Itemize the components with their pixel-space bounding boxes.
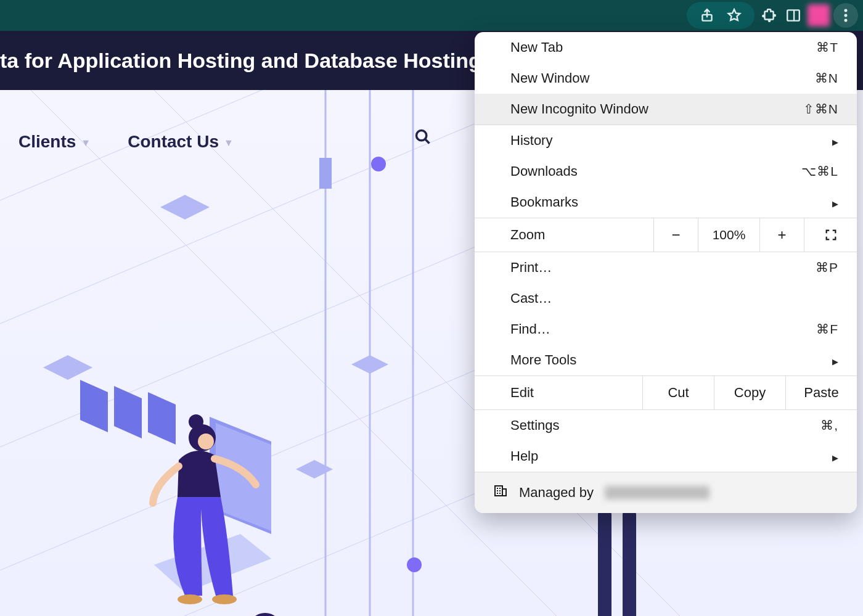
fullscreen-button[interactable]	[804, 218, 857, 252]
menu-downloads[interactable]: Downloads ⌥⌘L	[475, 156, 857, 187]
edit-cut-button[interactable]: Cut	[642, 376, 714, 410]
svg-point-32	[249, 613, 281, 616]
menu-edit: Edit Cut Copy Paste	[475, 376, 857, 410]
menu-item-label: Find…	[510, 321, 550, 337]
menu-bookmarks[interactable]: Bookmarks	[475, 187, 857, 218]
menu-settings[interactable]: Settings ⌘,	[475, 410, 857, 441]
submenu-arrow-icon	[832, 448, 838, 464]
page-banner-title: ta for Application Hosting and Database …	[0, 49, 481, 73]
menu-item-label: More Tools	[510, 352, 576, 368]
svg-marker-16	[351, 355, 388, 374]
menu-new-incognito[interactable]: New Incognito Window ⇧⌘N	[475, 94, 857, 125]
address-actions	[687, 2, 755, 29]
share-icon[interactable]	[697, 5, 718, 26]
edit-paste-button[interactable]: Paste	[785, 376, 857, 410]
menu-new-tab[interactable]: New Tab ⌘T	[475, 32, 857, 63]
menu-help[interactable]: Help	[475, 441, 857, 472]
nav-contact-us[interactable]: Contact Us ▼	[128, 132, 234, 152]
edit-copy-button[interactable]: Copy	[714, 376, 785, 410]
menu-item-shortcut: ⌘N	[815, 71, 838, 86]
svg-rect-43	[502, 489, 506, 496]
svg-marker-18	[216, 423, 271, 531]
menu-item-label: New Window	[510, 70, 589, 86]
svg-point-40	[417, 131, 427, 141]
extensions-icon[interactable]	[758, 5, 779, 26]
svg-rect-28	[598, 509, 611, 616]
submenu-arrow-icon	[832, 194, 838, 210]
menu-item-label: New Tab	[510, 39, 563, 55]
svg-rect-42	[495, 486, 502, 496]
menu-item-shortcut: ⌘P	[816, 260, 838, 275]
svg-line-4	[0, 460, 555, 616]
svg-point-27	[212, 594, 237, 604]
menu-item-label: Zoom	[510, 227, 545, 243]
svg-point-38	[845, 14, 848, 17]
menu-item-label: Settings	[510, 417, 560, 433]
menu-managed-footer[interactable]: Managed by	[475, 472, 857, 513]
zoom-in-button[interactable]: +	[759, 218, 804, 252]
menu-zoom: Zoom − 100% +	[475, 218, 857, 252]
svg-point-24	[189, 424, 216, 451]
menu-managed-label: Managed by	[519, 485, 594, 501]
menu-item-shortcut: ⌘F	[816, 322, 838, 337]
svg-marker-13	[160, 195, 210, 220]
svg-point-37	[845, 9, 848, 12]
nav-item-label: Clients	[18, 132, 76, 152]
svg-line-2	[0, 213, 555, 460]
svg-marker-22	[154, 534, 271, 593]
profile-avatar[interactable]	[808, 4, 830, 27]
svg-marker-17	[210, 417, 271, 534]
svg-point-12	[407, 557, 422, 572]
menu-item-label: Cast…	[510, 290, 552, 306]
menu-more-tools[interactable]: More Tools	[475, 345, 857, 376]
menu-item-shortcut: ⌘,	[820, 418, 838, 433]
more-menu-button[interactable]	[833, 3, 858, 28]
svg-rect-29	[623, 509, 636, 616]
menu-item-label: Help	[510, 448, 538, 464]
nav-item-label: Contact Us	[128, 132, 219, 152]
browser-toolbar	[0, 0, 863, 31]
menu-item-shortcut: ⌘T	[816, 40, 838, 55]
svg-marker-20	[114, 386, 142, 438]
svg-marker-14	[43, 355, 92, 380]
nav-clients[interactable]: Clients ▼	[18, 132, 91, 152]
menu-new-window[interactable]: New Window ⌘N	[475, 63, 857, 94]
chrome-menu: New Tab ⌘T New Window ⌘N New Incognito W…	[475, 32, 857, 513]
svg-line-3	[0, 337, 555, 583]
menu-item-shortcut: ⌥⌘L	[801, 164, 838, 179]
chevron-down-icon: ▼	[81, 135, 91, 149]
menu-cast[interactable]: Cast…	[475, 283, 857, 314]
submenu-arrow-icon	[832, 352, 838, 368]
organization-name-redacted	[605, 486, 710, 499]
svg-point-23	[189, 414, 203, 429]
menu-item-label: Bookmarks	[510, 194, 578, 210]
submenu-arrow-icon	[832, 133, 838, 149]
zoom-level: 100%	[698, 218, 759, 252]
svg-marker-15	[296, 460, 333, 478]
svg-point-25	[198, 433, 214, 450]
organization-icon	[493, 483, 508, 502]
menu-item-label: Edit	[510, 385, 534, 401]
svg-point-39	[845, 19, 848, 22]
bookmark-star-icon[interactable]	[724, 5, 745, 26]
menu-item-label: New Incognito Window	[510, 101, 648, 117]
svg-point-26	[178, 594, 202, 604]
menu-history[interactable]: History	[475, 125, 857, 156]
svg-marker-19	[80, 380, 108, 432]
menu-item-label: Print…	[510, 260, 552, 276]
menu-item-shortcut: ⇧⌘N	[803, 102, 838, 117]
menu-item-label: Downloads	[510, 163, 578, 179]
search-icon[interactable]	[414, 128, 432, 146]
svg-line-41	[425, 139, 430, 144]
zoom-out-button[interactable]: −	[653, 218, 698, 252]
svg-marker-21	[148, 392, 176, 445]
menu-print[interactable]: Print… ⌘P	[475, 252, 857, 283]
menu-find[interactable]: Find… ⌘F	[475, 314, 857, 345]
side-panel-icon[interactable]	[783, 5, 804, 26]
chevron-down-icon: ▼	[224, 135, 234, 149]
menu-item-label: History	[510, 133, 552, 149]
